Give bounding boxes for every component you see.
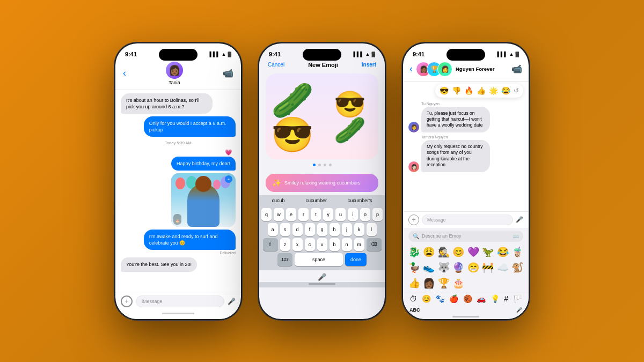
key-z[interactable]: z (280, 238, 290, 251)
emoji-item[interactable]: 😊 (452, 245, 466, 260)
video-call-button[interactable]: 📹 (223, 68, 233, 78)
emoji-item[interactable]: 👍 (407, 276, 421, 291)
emoji-item[interactable]: 👟 (422, 261, 436, 275)
emoji-item[interactable]: 🕵️ (437, 245, 451, 260)
key-o[interactable]: o (360, 208, 370, 221)
phone-3: 9:41 ▌▌▌ ▲ ▓ ‹ 👩🏾 🏆 👩 Nguyen Forever 📹 😎… (401, 42, 530, 321)
message-time: Today 5:39 AM (121, 141, 236, 145)
emoji-cat-2[interactable]: 😊 (422, 294, 431, 303)
key-k[interactable]: k (354, 223, 364, 236)
dot-4[interactable] (329, 164, 332, 166)
emoji-item[interactable]: 💜 (466, 245, 480, 260)
emoji-item[interactable]: 🏆 (437, 276, 451, 291)
emoji-categories: ⏱ 😊 🐾 🍎 🏀 🚗 💡 # 🏳️ (403, 292, 529, 305)
emoji-item[interactable]: 😁 (466, 261, 480, 275)
dot-3[interactable] (324, 164, 326, 166)
abc-label[interactable]: ABC (409, 307, 420, 313)
group-message-input[interactable]: Message (422, 215, 513, 225)
key-p[interactable]: p (372, 208, 383, 221)
key-x[interactable]: x (292, 238, 303, 251)
suggestion-2[interactable]: cucumber (305, 198, 327, 203)
key-u[interactable]: u (335, 208, 346, 221)
key-w[interactable]: w (274, 208, 284, 221)
key-v[interactable]: v (317, 238, 327, 251)
emoji-item[interactable]: 🐉 (407, 245, 421, 260)
emoji-item[interactable]: 🦆 (407, 261, 421, 275)
emoji-item[interactable]: 🦖 (481, 245, 495, 260)
mic-bottom[interactable]: 🎤 (259, 270, 385, 282)
tapback-5[interactable]: 🌟 (489, 86, 498, 95)
emoji-item[interactable]: 🎂 (452, 276, 466, 291)
key-d[interactable]: d (292, 223, 303, 236)
done-key[interactable]: done (345, 253, 367, 266)
emoji-cat-3[interactable]: 🐾 (435, 294, 444, 303)
emoji-cat-1[interactable]: ⏱ (409, 294, 417, 303)
numbers-key[interactable]: 123 (277, 253, 292, 266)
emoji-item[interactable]: 🚧 (481, 261, 495, 275)
emoji-item[interactable]: 😩 (422, 245, 436, 260)
emoji-cat-4[interactable]: 🍎 (449, 294, 458, 303)
emoji-item[interactable]: 👩🏾 (422, 276, 436, 291)
insert-button[interactable]: Insert (362, 62, 376, 68)
group-add-button[interactable]: + (408, 215, 419, 225)
emoji-cat-6[interactable]: 🚗 (477, 294, 486, 303)
emoji-item[interactable]: 🔮 (452, 261, 466, 275)
key-f[interactable]: f (305, 223, 315, 236)
key-m[interactable]: m (354, 238, 364, 251)
key-h[interactable]: h (330, 223, 340, 236)
mic-emoji[interactable]: 🎤 (516, 307, 522, 313)
emoji-item[interactable]: 🐒 (511, 261, 525, 275)
emoji-item[interactable]: 🐺 (437, 261, 451, 275)
key-y[interactable]: y (323, 208, 333, 221)
tapback-4[interactable]: 👍 (477, 86, 486, 95)
key-a[interactable]: a (268, 223, 278, 236)
group-avatars: 👩🏾 🏆 👩 (416, 62, 452, 77)
tapback-1[interactable]: 😎 (440, 86, 449, 95)
key-s[interactable]: s (280, 223, 290, 236)
group-mic-button[interactable]: 🎤 (516, 216, 523, 223)
space-key[interactable]: space (295, 253, 343, 266)
emoji-item[interactable]: 🧋 (511, 245, 525, 260)
suggestion-3[interactable]: cucumber's (348, 198, 372, 203)
key-i[interactable]: i (348, 208, 358, 221)
tapback-2[interactable]: 👎 (452, 86, 461, 95)
delivered-status: Delivered (219, 251, 236, 255)
message-input[interactable]: iMessage (136, 295, 224, 307)
cancel-button[interactable]: Cancel (268, 62, 284, 68)
suggestion-1[interactable]: cucub (272, 198, 284, 203)
key-e[interactable]: e (286, 208, 296, 221)
key-b[interactable]: b (330, 238, 340, 251)
key-n[interactable]: n (342, 238, 352, 251)
contact-avatar: 👩🏾 (166, 62, 183, 79)
key-q[interactable]: q (261, 208, 272, 221)
emoji-prompt-area: ✨ Smiley relaxing wearing cucumbers (266, 174, 378, 192)
add-attachment-button[interactable]: + (121, 295, 133, 307)
contact-info[interactable]: 👩🏾 Tania (166, 62, 183, 85)
emoji-keyboard-icon[interactable]: ⌨️ (513, 233, 519, 239)
dot-1[interactable] (313, 164, 316, 166)
tapback-3[interactable]: 🔥 (464, 86, 473, 95)
emoji-cat-9[interactable]: 🏳️ (513, 294, 522, 303)
emoji-cat-5[interactable]: 🏀 (463, 294, 472, 303)
key-t[interactable]: t (311, 208, 321, 221)
tapback-more[interactable]: ↺ (514, 87, 519, 94)
key-g[interactable]: g (317, 223, 327, 236)
emoji-item[interactable]: ☁️ (496, 261, 510, 275)
key-l[interactable]: l (367, 223, 377, 236)
delete-key[interactable]: ⌫ (367, 238, 382, 251)
mic-button[interactable]: 🎤 (228, 298, 236, 305)
group-video-button[interactable]: 📹 (511, 64, 522, 74)
emoji-search-bar[interactable]: 🔍 Describe an Emoji ⌨️ (408, 231, 523, 242)
back-button-1[interactable]: ‹ (123, 68, 126, 79)
emoji-cat-8[interactable]: # (504, 294, 508, 303)
shift-key[interactable]: ⇧ (263, 238, 278, 251)
tapback-6[interactable]: 😂 (501, 86, 510, 95)
back-button-3[interactable]: ‹ (409, 63, 413, 75)
emoji-cat-7[interactable]: 💡 (491, 294, 500, 303)
group-avatar-3: 👩 (437, 62, 452, 77)
key-r[interactable]: r (298, 208, 309, 221)
emoji-item[interactable]: 😂 (496, 245, 510, 260)
key-j[interactable]: j (342, 223, 352, 236)
dot-2[interactable] (318, 164, 321, 166)
key-c[interactable]: c (305, 238, 315, 251)
